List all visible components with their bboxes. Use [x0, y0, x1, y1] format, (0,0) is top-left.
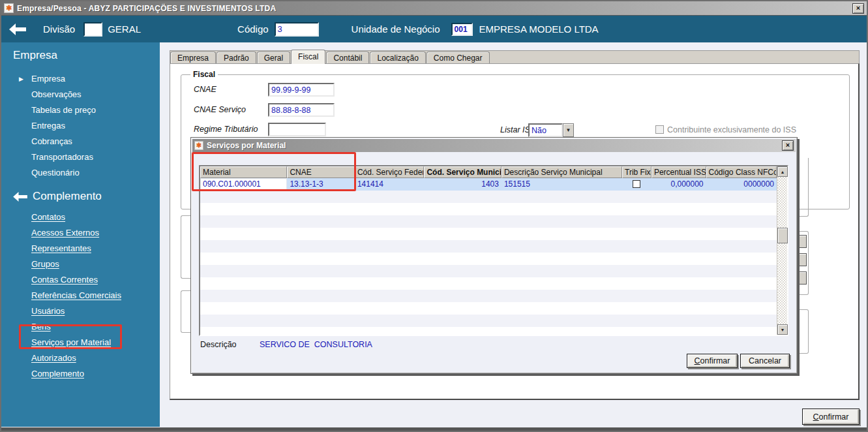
tab-localizacao[interactable]: Localização [370, 52, 425, 64]
cnae-servico-input[interactable]: 88.88-8-88 [268, 103, 335, 117]
dialog-titlebar: ✱ Serviços por Material × [192, 139, 796, 152]
window-titlebar: ✱ Empresa/Pessoa - ABYZ PARTICIPAÇÕES E … [1, 1, 867, 16]
sidebar-item-representantes[interactable]: Representantes [1, 241, 160, 256]
dialog-title: Serviços por Material [207, 141, 779, 150]
window-title: Empresa/Pessoa - ABYZ PARTICIPAÇÕES E IN… [17, 4, 849, 13]
dialog-close-icon[interactable]: × [782, 140, 794, 151]
sidebar-item-transportadoras[interactable]: Transportadoras [1, 149, 160, 165]
table-row-empty [200, 215, 777, 228]
ellipsis-button[interactable] [798, 253, 807, 266]
column-header-cod-servico-municipal[interactable]: Cód. Serviço Municipal [424, 166, 501, 178]
table-row-empty [200, 315, 777, 327]
chevron-down-icon[interactable]: ▼ [563, 123, 574, 137]
sidebar-section-empresa: Empresa [1, 49, 160, 62]
dialog-cancel-button[interactable]: Cancelar [740, 354, 790, 368]
cnae-input[interactable]: 99.99-9-99 [268, 83, 335, 97]
listar-iss-combobox[interactable]: Não ▼ [528, 123, 574, 137]
dialog-confirm-button[interactable]: Confirmar [687, 354, 738, 368]
table-row-empty [200, 265, 777, 277]
code-input[interactable]: 3 [275, 22, 319, 37]
column-header-cod-servico-federal[interactable]: Cód. Serviço Federal [355, 166, 425, 178]
ellipsis-button[interactable] [798, 271, 807, 285]
sidebar: Empresa ▶ Empresa Observações Tabelas de… [1, 42, 160, 427]
sidebar-item-usuarios[interactable]: Usuários [1, 303, 160, 319]
cell-trib-fixa [622, 178, 651, 191]
sidebar-item-empresa[interactable]: ▶ Empresa [1, 71, 160, 87]
back-arrow-icon [9, 23, 26, 35]
tab-geral[interactable]: Geral [257, 52, 290, 64]
sidebar-item-acessos-externos[interactable]: Acessos Externos [1, 225, 160, 241]
sidebar-item-referencias-comerciais[interactable]: Referências Comerciais [1, 288, 160, 303]
division-label: Divisão [43, 23, 75, 35]
sidebar-section-empresa-title: Empresa [13, 49, 57, 62]
tab-padrao[interactable]: Padrão [217, 52, 256, 64]
table-row-empty [200, 240, 777, 253]
business-unit-code-input[interactable]: 001 [451, 23, 473, 36]
division-name: GERAL [108, 23, 141, 35]
section-back-arrow-icon [13, 192, 27, 202]
cell-cod-servico-federal[interactable]: 141414 [355, 178, 425, 191]
ellipsis-button[interactable] [798, 235, 807, 248]
close-icon[interactable]: × [852, 3, 864, 14]
sidebar-item-contas-correntes[interactable]: Contas Correntes [1, 272, 160, 288]
division-input[interactable] [83, 22, 102, 37]
tab-fiscal[interactable]: Fiscal [291, 50, 325, 64]
cell-cod-servico-municipal[interactable]: 1403 [424, 178, 501, 191]
sidebar-item-complemento[interactable]: Complemento [1, 366, 160, 382]
application-window: ✱ Empresa/Pessoa - ABYZ PARTICIPAÇÕES E … [0, 0, 868, 432]
main-confirm-button[interactable]: Confirmar [802, 409, 860, 425]
descricao-value: SERVICO DE CONSULTORIA [260, 340, 372, 349]
table-row-empty [200, 290, 777, 302]
listar-iss-value: Não [528, 123, 563, 137]
iss-exclusive-checkbox [655, 125, 664, 134]
vertical-scrollbar[interactable]: ▲ ▼ [777, 166, 787, 335]
iss-exclusive-checkbox-label: Contribuinte exclusivamente do ISS [667, 125, 796, 134]
scrollbar-thumb[interactable] [777, 228, 788, 243]
cell-percentual-iss[interactable]: 0,000000 [651, 178, 706, 191]
column-header-codigo-class-nfcom[interactable]: Código Class NFCom [706, 166, 777, 178]
table-row-empty [200, 228, 777, 240]
sidebar-item-entregas[interactable]: Entregas [1, 118, 160, 134]
scroll-up-icon[interactable]: ▲ [777, 166, 788, 177]
cell-descricao-servico-municipal[interactable]: 151515 [501, 178, 622, 191]
fiscal-groupbox-title: Fiscal [190, 70, 218, 79]
business-unit-label: Unidade de Negócio [352, 23, 440, 35]
tab-contabil[interactable]: Contábil [326, 52, 369, 64]
annotation-box-table-columns [192, 152, 356, 191]
trib-fixa-checkbox[interactable] [633, 180, 640, 188]
table-row-empty [200, 277, 777, 290]
regime-tributario-label: Regime Tributário [194, 125, 258, 134]
tab-empresa[interactable]: Empresa [170, 52, 216, 64]
sidebar-item-observacoes[interactable]: Observações [1, 87, 160, 102]
back-arrow-button[interactable] [9, 23, 26, 35]
table-row-empty [200, 302, 777, 315]
table-row-empty [200, 191, 777, 203]
sidebar-item-contatos[interactable]: Contatos [1, 209, 160, 225]
business-unit-name: EMPRESA MODELO LTDA [479, 23, 599, 35]
sidebar-section-complemento[interactable]: Complemento [1, 190, 160, 203]
app-icon: ✱ [4, 3, 14, 13]
top-navigation-bar: Divisão GERAL Código 3 Unidade de Negóci… [1, 16, 867, 42]
current-item-arrow-icon: ▶ [19, 71, 23, 87]
descricao-label: Descrição [200, 340, 237, 349]
tab-strip: Empresa Padrão Geral Fiscal Contábil Loc… [170, 50, 860, 64]
annotation-box-sidebar-servicos [19, 324, 122, 349]
sidebar-item-questionario[interactable]: Questionário [1, 165, 160, 181]
code-label: Código [237, 23, 269, 35]
column-header-trib-fixa[interactable]: Trib Fixa [622, 166, 651, 178]
sidebar-item-cobrancas[interactable]: Cobranças [1, 134, 160, 149]
window-bottom-border [1, 427, 867, 431]
cnae-label: CNAE [194, 85, 217, 94]
column-header-descricao-servico-municipal[interactable]: Descrição Serviço Municipal [501, 166, 622, 178]
cell-codigo-class-nfcom[interactable]: 0000000 [706, 178, 777, 191]
table-row-empty [200, 253, 777, 265]
sidebar-item-grupos[interactable]: Grupos [1, 256, 160, 272]
table-row-empty [200, 203, 777, 215]
regime-tributario-input[interactable] [268, 123, 326, 136]
scroll-down-icon[interactable]: ▼ [777, 324, 788, 335]
sidebar-item-tabelas-de-preco[interactable]: Tabelas de preço [1, 102, 160, 118]
sidebar-section-complemento-title: Complemento [33, 190, 102, 203]
sidebar-item-autorizados[interactable]: Autorizados [1, 350, 160, 366]
tab-como-chegar[interactable]: Como Chegar [427, 52, 490, 64]
column-header-percentual-iss[interactable]: Percentual ISS [651, 166, 706, 178]
